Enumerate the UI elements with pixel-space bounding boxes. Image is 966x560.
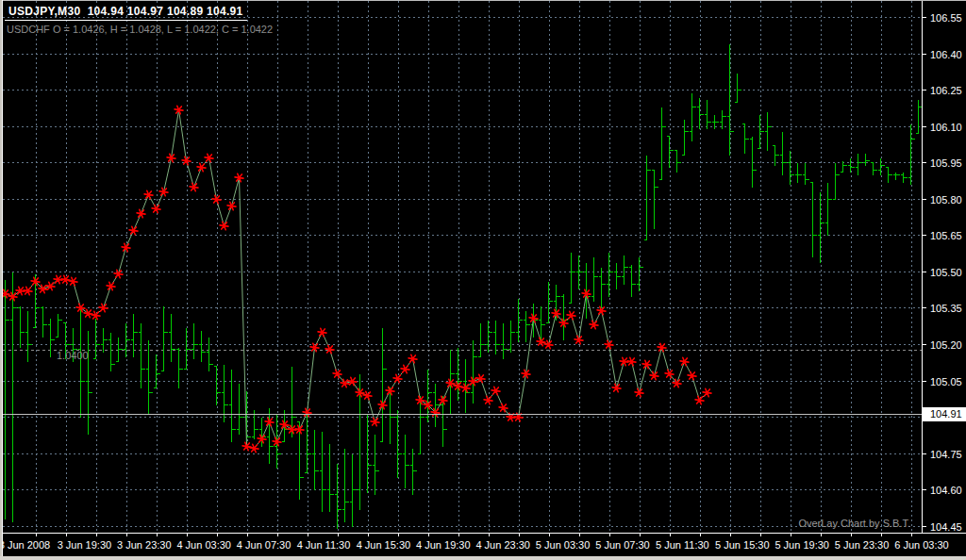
price-axis-label: 105.80 <box>930 194 962 206</box>
time-axis-label: 5 Jun 07:30 <box>595 539 650 551</box>
current-price-tag: 104.91 <box>923 407 966 421</box>
window-border-bottom <box>0 556 966 560</box>
overlay-scale-level-label: 1.0400 <box>57 350 89 361</box>
price-axis-label: 105.05 <box>930 376 962 387</box>
time-axis-label: 3 Jun 19:30 <box>58 539 112 551</box>
price-axis-label: 105.35 <box>930 303 962 314</box>
time-axis-label: 4 Jun 19:30 <box>416 539 471 551</box>
window-border-left-highlight <box>2 0 3 556</box>
time-axis-label: 5 Jun 11:30 <box>656 539 709 551</box>
time-axis-label: 5 Jun 23:30 <box>835 539 890 551</box>
price-axis-label: 104.45 <box>930 521 962 533</box>
time-axis-label: 3 Jun 23:30 <box>117 539 172 551</box>
price-axis-label: 106.55 <box>930 12 962 24</box>
price-axis-label: 105.65 <box>930 230 962 241</box>
price-axis-label: 106.25 <box>930 85 962 96</box>
price-axis-label: 106.40 <box>930 49 962 60</box>
time-axis-label: 4 Jun 03:30 <box>176 539 231 551</box>
chart-canvas[interactable]: 106.55106.40106.25106.10105.95105.80105.… <box>0 0 966 560</box>
time-axis-label: 4 Jun 07:30 <box>237 539 291 551</box>
price-axis-label: 104.75 <box>930 449 962 460</box>
price-axis-label: 104.60 <box>930 485 962 496</box>
time-axis-label: 5 Jun 15:30 <box>715 539 770 551</box>
symbol-ohlc-title: USDJPY,M30 104.94 104.97 104.89 104.91 <box>5 4 247 21</box>
time-axis-label: 4 Jun 23:30 <box>475 539 530 551</box>
window-border-top <box>0 0 966 1</box>
price-axis-label: 105.50 <box>930 267 962 278</box>
mt4-chart-window: 106.55106.40106.25106.10105.95105.80105.… <box>0 0 966 560</box>
time-axis-label: 5 Jun 03:30 <box>536 539 591 551</box>
time-axis-label: 4 Jun 15:30 <box>357 539 411 551</box>
overlay-indicator-status: USDCHF O = 1.0426, H = 1.0428, L = 1.042… <box>7 24 273 35</box>
indicator-watermark: OverLay Chart by S.B.T. <box>781 518 910 529</box>
time-axis-label: 4 Jun 11:30 <box>297 539 351 551</box>
time-axis-label: 6 Jun 03:30 <box>894 539 949 551</box>
time-axis-label: 3 Jun 2008 <box>0 539 50 551</box>
price-axis-label: 105.95 <box>930 157 962 169</box>
time-axis-label: 5 Jun 19:30 <box>774 539 829 551</box>
price-axis-label: 106.10 <box>930 122 962 133</box>
price-axis-label: 105.20 <box>930 339 962 351</box>
